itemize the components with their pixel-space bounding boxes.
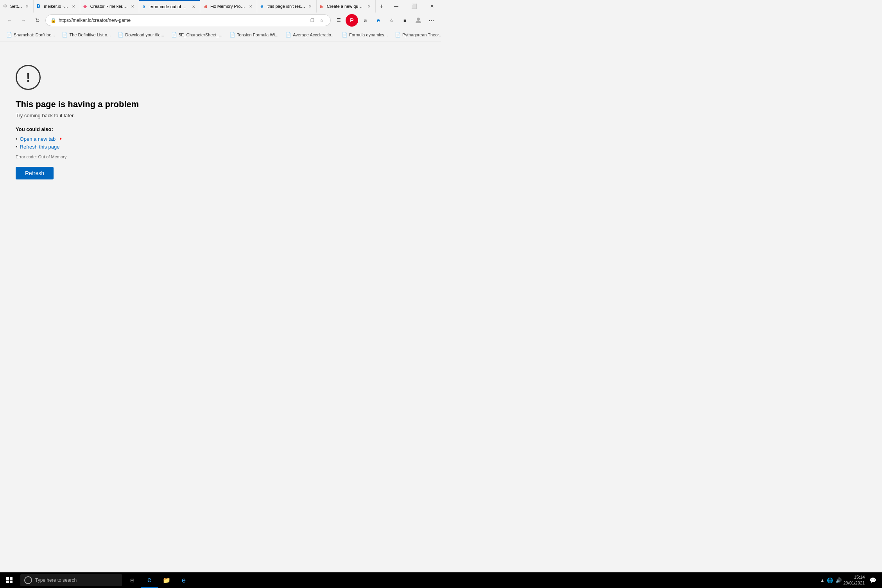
bookmark-icon: 📄 bbox=[229, 32, 235, 38]
window-controls: — ⬜ ✕ bbox=[387, 0, 441, 13]
tab-close-settings[interactable]: ✕ bbox=[24, 3, 30, 9]
refresh-button-main[interactable]: Refresh bbox=[16, 167, 54, 179]
error-subtitle: Try coming back to it later. bbox=[16, 113, 139, 118]
tab-creator[interactable]: ◆ Creator ~ meiker.io |v... ✕ bbox=[80, 0, 140, 13]
error-title: This page is having a problem bbox=[16, 99, 139, 109]
tab-fix-memory[interactable]: ⊞ Fix Memory Problems ✕ bbox=[200, 0, 257, 13]
bookmark-label: Average Acceleratio... bbox=[293, 32, 335, 37]
bookmark-download[interactable]: 📄 Download your file... bbox=[115, 30, 167, 39]
bookmark-icon: 📄 bbox=[395, 32, 401, 38]
tab-close-create[interactable]: ✕ bbox=[366, 3, 372, 9]
bookmark-icon: 📄 bbox=[62, 32, 68, 38]
bookmarks-bar: 📄 Shamchat: Don't be... 📄 The Definitive… bbox=[0, 28, 441, 41]
back-button[interactable]: ← bbox=[3, 14, 16, 27]
address-bar-row: ← → ↻ 🔒 https://meiker.io/creator/new-ga… bbox=[0, 13, 441, 28]
close-button[interactable]: ✕ bbox=[423, 0, 441, 13]
tab-error-active[interactable]: e error code out of mem... ✕ bbox=[139, 0, 200, 13]
browser-content: ! This page is having a problem Try comi… bbox=[0, 41, 441, 278]
address-bar[interactable]: 🔒 https://meiker.io/creator/new-game ❐ ☆ bbox=[45, 14, 331, 26]
extensions-icon[interactable]: ⧄ bbox=[359, 14, 371, 27]
red-dot: • bbox=[59, 135, 62, 142]
tab-close-fix-memory[interactable]: ✕ bbox=[247, 3, 254, 9]
bookmark-label: Download your file... bbox=[125, 32, 164, 37]
ms-icon: ⊞ bbox=[320, 4, 325, 9]
bookmark-pythagorean[interactable]: 📄 Pythagorean Theor... bbox=[392, 30, 441, 39]
bookmark-formula-dynamics[interactable]: 📄 Formula dynamics... bbox=[339, 30, 391, 39]
error-suggestions-list: Open a new tab • Refresh this page bbox=[16, 135, 139, 150]
tab-label: Creator ~ meiker.io |v... bbox=[90, 4, 128, 9]
tab-settings[interactable]: ⚙ Settings ✕ bbox=[0, 0, 34, 13]
bookmark-label: The Definitive List o... bbox=[69, 32, 111, 37]
settings-icon: ⚙ bbox=[3, 4, 9, 9]
maximize-button[interactable]: ⬜ bbox=[405, 0, 423, 13]
bookmark-icon: 📄 bbox=[6, 32, 12, 38]
error-icon: ! bbox=[16, 65, 41, 90]
collections-icon[interactable]: ■ bbox=[399, 14, 411, 27]
tab-search-icon[interactable]: ☰ bbox=[332, 14, 345, 27]
settings-more-icon[interactable]: ⋯ bbox=[425, 14, 438, 27]
bookmark-label: Pythagorean Theor... bbox=[402, 32, 441, 37]
tab-not-responding[interactable]: e this page isn't respon... ✕ bbox=[257, 0, 316, 13]
bookmark-label: Shamchat: Don't be... bbox=[14, 32, 55, 37]
edge-icon: e bbox=[142, 4, 148, 9]
edge-icon2: e bbox=[260, 4, 266, 9]
error-container: ! This page is having a problem Try comi… bbox=[16, 65, 139, 179]
tab-close-not-responding[interactable]: ✕ bbox=[307, 3, 313, 9]
bookmark-icon: 📄 bbox=[118, 32, 124, 38]
tab-label: error code out of mem... bbox=[149, 4, 189, 9]
forward-button[interactable]: → bbox=[17, 14, 30, 27]
tab-bing[interactable]: B meiker.io - Bing ✕ bbox=[34, 0, 80, 13]
suggestion-refresh-page[interactable]: Refresh this page bbox=[16, 144, 139, 150]
exclamation-mark: ! bbox=[26, 70, 30, 85]
bookmark-label: Tension Formula Wi... bbox=[237, 32, 278, 37]
tab-create-question[interactable]: ⊞ Create a new questio... ✕ bbox=[317, 0, 376, 13]
bookmark-label: Formula dynamics... bbox=[349, 32, 388, 37]
toolbar-right: ☰ P ⧄ e ☆ ■ ⋯ bbox=[332, 14, 438, 27]
bookmark-icon: 📄 bbox=[285, 32, 291, 38]
bing-icon: B bbox=[37, 4, 42, 9]
tab-label: Settings bbox=[10, 4, 22, 9]
share-icon[interactable]: ❐ bbox=[308, 16, 316, 24]
tab-close-creator[interactable]: ✕ bbox=[129, 3, 136, 9]
address-icons: ❐ ☆ bbox=[308, 16, 326, 24]
favorites-icon[interactable]: ☆ bbox=[318, 16, 326, 24]
new-tab-button[interactable]: + bbox=[376, 0, 387, 13]
bookmark-tension[interactable]: 📄 Tension Formula Wi... bbox=[226, 30, 281, 39]
lock-icon: 🔒 bbox=[50, 18, 56, 23]
favorites-toolbar-icon[interactable]: ☆ bbox=[385, 14, 398, 27]
title-bar: ⚙ Settings ✕ B meiker.io - Bing ✕ ◆ Crea… bbox=[0, 0, 441, 13]
windows-icon: ⊞ bbox=[203, 4, 209, 9]
tab-label: Fix Memory Problems bbox=[210, 4, 246, 9]
suggestion-text: Open a new tab bbox=[20, 136, 56, 142]
suggestion-text: Refresh this page bbox=[20, 144, 60, 150]
address-text: https://meiker.io/creator/new-game bbox=[59, 18, 306, 23]
error-code: Error code: Out of Memory bbox=[16, 154, 139, 159]
suggestion-open-new-tab[interactable]: Open a new tab • bbox=[16, 135, 139, 142]
profile-icon[interactable] bbox=[412, 14, 425, 27]
tab-label: meiker.io - Bing bbox=[44, 4, 68, 9]
bookmark-icon: 📄 bbox=[342, 32, 348, 38]
refresh-button[interactable]: ↻ bbox=[31, 14, 44, 27]
tab-label: Create a new questio... bbox=[327, 4, 365, 9]
suggestions-title: You could also: bbox=[16, 126, 139, 132]
creator-icon: ◆ bbox=[83, 4, 89, 9]
tab-bar: ⚙ Settings ✕ B meiker.io - Bing ✕ ◆ Crea… bbox=[0, 0, 387, 13]
bookmark-icon: 📄 bbox=[171, 32, 177, 38]
bookmark-definitive[interactable]: 📄 The Definitive List o... bbox=[59, 30, 114, 39]
tab-close-bing[interactable]: ✕ bbox=[70, 3, 77, 9]
bookmark-label: 5E_CharacterSheet_... bbox=[179, 32, 222, 37]
svg-point-0 bbox=[417, 18, 420, 21]
bookmark-character-sheet[interactable]: 📄 5E_CharacterSheet_... bbox=[168, 30, 226, 39]
bookmark-shamchat[interactable]: 📄 Shamchat: Don't be... bbox=[3, 30, 58, 39]
user-svg bbox=[415, 17, 422, 24]
edge-icon-toolbar[interactable]: e bbox=[372, 14, 385, 27]
tab-label: this page isn't respon... bbox=[267, 4, 305, 9]
tab-close-error[interactable]: ✕ bbox=[190, 4, 197, 10]
minimize-button[interactable]: — bbox=[387, 0, 405, 13]
pinterest-icon[interactable]: P bbox=[346, 14, 358, 27]
bookmark-avg-accel[interactable]: 📄 Average Acceleratio... bbox=[282, 30, 338, 39]
